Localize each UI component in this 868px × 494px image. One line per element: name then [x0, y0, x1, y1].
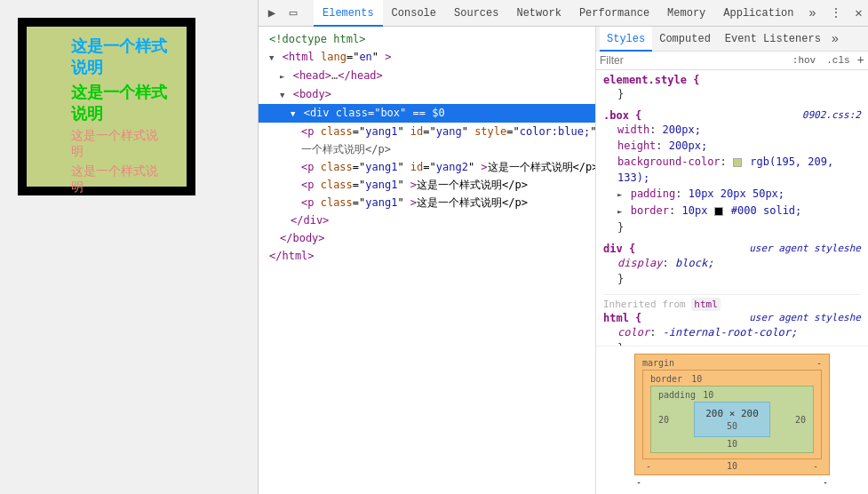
- tab-network[interactable]: Network: [507, 0, 569, 27]
- demo-line-4: 这是一个样式说明: [71, 163, 169, 195]
- elem-div-close[interactable]: </div>: [259, 211, 595, 229]
- styles-panel: Styles Computed Event Listeners » :hov .…: [596, 27, 868, 494]
- bm-border-val: 10: [691, 374, 702, 384]
- div-ua-block: div { user agent styleshe display: block…: [603, 243, 861, 287]
- bm-margin-dash: -: [816, 358, 822, 368]
- bm-outer-row: - 10 -: [642, 461, 822, 471]
- elem-p-yang1-4[interactable]: <p class="yang1" >这是一个样式说明</p>: [259, 194, 595, 211]
- devtools-content: <!doctype html> ▼ <html lang="en" > ► <h…: [259, 27, 868, 494]
- elem-div-box[interactable]: ▼ <div class="box" == $0: [259, 104, 595, 123]
- device-icon[interactable]: ▭: [283, 4, 303, 23]
- bgcolor-swatch[interactable]: [733, 158, 742, 167]
- settings-icon[interactable]: ⋮: [826, 4, 846, 23]
- box-rule-close: }: [603, 219, 861, 235]
- elem-p-yang-id[interactable]: <p class="yang1" id="yang" style="color:…: [259, 123, 595, 140]
- bm-content-size: 200 × 200: [705, 408, 759, 419]
- cursor-icon[interactable]: ▶: [262, 4, 282, 23]
- elem-doctype[interactable]: <!doctype html>: [259, 30, 595, 48]
- elem-head[interactable]: ► <head>…</head>: [259, 67, 595, 85]
- box-prop-padding: ► padding: 10px 20px 50px;: [603, 186, 861, 203]
- cls-filter-btn[interactable]: .cls: [823, 54, 853, 67]
- styles-content[interactable]: element.style { } .box { 0902.css:2 widt…: [596, 70, 868, 346]
- html-ua-color: color: -internal-root-color;: [603, 324, 861, 340]
- bm-margin-box: margin - border 10 padding 10: [634, 354, 830, 475]
- styles-tab-bar: Styles Computed Event Listeners »: [596, 27, 868, 52]
- bm-margin-label: margin: [642, 358, 674, 368]
- bm-border-box: border 10 padding 10 20: [642, 370, 822, 459]
- bm-top-val-inside: 50: [705, 421, 759, 431]
- elem-html-close[interactable]: </html>: [259, 247, 595, 265]
- elem-html[interactable]: ▼ <html lang="en" >: [259, 48, 595, 67]
- bm-bottom-padding: 10: [658, 439, 806, 449]
- bm-margin-outer-left-dash: -: [636, 477, 641, 487]
- devtools-panel: ▶ ▭ Elements Console Sources Network Per…: [258, 0, 868, 494]
- bm-padding-label: padding: [658, 390, 696, 400]
- devtools-tab-bar: ▶ ▭ Elements Console Sources Network Per…: [259, 0, 868, 27]
- div-ua-header: div { user agent styleshe: [603, 243, 861, 255]
- box-rule-header: .box { 0902.css:2: [603, 109, 861, 122]
- elem-p-yang2[interactable]: <p class="yang1" id="yang2" >这是一个样式说明</p…: [259, 158, 595, 176]
- box-model-container: margin - border 10 padding 10: [634, 354, 830, 487]
- styles-filter-input[interactable]: [600, 54, 785, 67]
- box-prop-height: height: 200px;: [603, 138, 861, 154]
- box-model-diagram: margin - border 10 padding 10: [596, 346, 868, 494]
- styles-filter-bar: :hov .cls +: [596, 52, 868, 70]
- html-ua-block: html { user agent styleshe color: -inter…: [603, 312, 861, 346]
- element-style-close: }: [603, 86, 861, 102]
- elem-body-close[interactable]: </body>: [259, 229, 595, 247]
- bm-border-bottom-val: 10: [727, 461, 737, 471]
- tab-sources[interactable]: Sources: [445, 0, 507, 27]
- elements-panel[interactable]: <!doctype html> ▼ <html lang="en" > ► <h…: [259, 27, 596, 494]
- tab-styles[interactable]: Styles: [600, 27, 652, 52]
- box-prop-width: width: 200px;: [603, 122, 861, 138]
- demo-box: 这是一个样式说明 这是一个样式说明 这是一个样式说明 这是一个样式说明: [18, 18, 195, 195]
- bm-margin-outer-right-dash: -: [823, 477, 828, 487]
- demo-line-3: 这是一个样式说明: [71, 128, 169, 160]
- tab-console[interactable]: Console: [383, 0, 445, 27]
- elem-p-text-wrap: 一个样式说明</p>: [259, 140, 595, 158]
- bm-right-val: 20: [795, 415, 806, 425]
- more-styles-tabs-icon[interactable]: »: [832, 32, 839, 46]
- tab-computed[interactable]: Computed: [652, 27, 718, 52]
- inherited-from-html-label: Inherited from html: [603, 294, 861, 310]
- bm-padding-val: 10: [703, 390, 713, 400]
- element-style-block: element.style { }: [603, 74, 861, 102]
- bm-left-val: 20: [658, 415, 669, 425]
- tab-elements[interactable]: Elements: [314, 0, 383, 27]
- bm-content-box: 200 × 200 50: [694, 402, 770, 437]
- bm-padding-box: padding 10 20 200 × 200 50: [650, 386, 814, 453]
- div-ua-display: display: block;: [603, 255, 861, 271]
- demo-line-1: 这是一个样式说明: [71, 36, 169, 78]
- elem-p-yang1-3[interactable]: <p class="yang1" >这是一个样式说明</p>: [259, 176, 595, 194]
- box-rule-block: .box { 0902.css:2 width: 200px; height: …: [603, 109, 861, 235]
- add-style-rule-btn[interactable]: +: [857, 53, 864, 68]
- box-prop-bgcolor: background-color: rgb(195, 209, 133);: [603, 154, 861, 186]
- tab-memory[interactable]: Memory: [658, 0, 714, 27]
- bm-margin-outer-row: - -: [634, 477, 830, 487]
- preview-panel: 这是一个样式说明 这是一个样式说明 这是一个样式说明 这是一个样式说明: [0, 0, 258, 494]
- html-ua-header: html { user agent styleshe: [603, 312, 861, 324]
- elem-body-open[interactable]: ▼ <body>: [259, 85, 595, 104]
- demo-line-2: 这是一个样式说明: [71, 82, 169, 124]
- close-devtools-icon[interactable]: ✕: [849, 4, 868, 23]
- element-style-selector: element.style {: [603, 74, 861, 86]
- box-prop-border: ► border: 10px #000 solid;: [603, 203, 861, 219]
- bm-border-label: border: [650, 374, 682, 384]
- more-tabs-icon[interactable]: »: [803, 4, 823, 23]
- div-ua-close: }: [603, 271, 861, 287]
- border-color-swatch[interactable]: [714, 207, 723, 216]
- bm-outer-left-dash: -: [646, 461, 651, 471]
- hov-filter-btn[interactable]: :hov: [789, 54, 819, 67]
- tab-application[interactable]: Application: [714, 0, 802, 27]
- bm-outer-right-dash: -: [813, 461, 818, 471]
- bm-content-row: 20 200 × 200 50 20: [658, 402, 806, 437]
- tab-event-listeners[interactable]: Event Listeners: [718, 27, 828, 52]
- tab-performance[interactable]: Performance: [570, 0, 658, 27]
